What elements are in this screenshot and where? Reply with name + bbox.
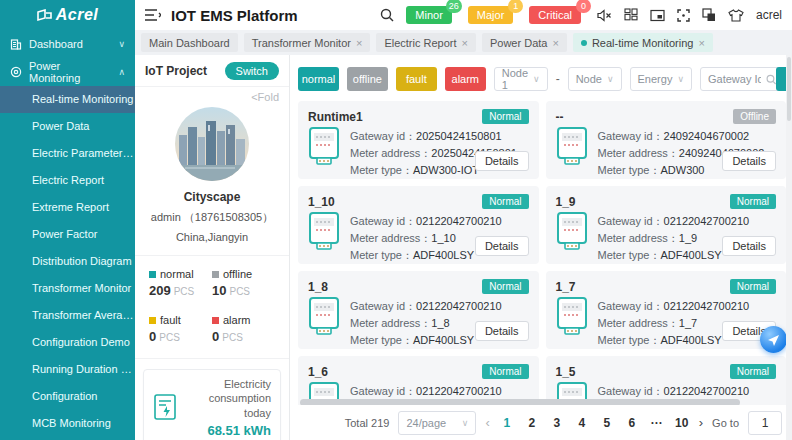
- top-header: IOT EMS Platform Minor26 Major1 Critical…: [135, 0, 792, 30]
- apps-grid-icon[interactable]: [624, 8, 638, 22]
- filter-offline-button[interactable]: offline: [347, 67, 388, 91]
- search-icon[interactable]: [380, 8, 394, 22]
- project-location: China,Jiangyin: [135, 231, 289, 243]
- details-button[interactable]: Details: [722, 151, 776, 171]
- page-number-2[interactable]: 2: [524, 416, 540, 430]
- iot-project-panel: IoT Project Switch <Fold Cityscape a: [135, 55, 290, 440]
- node-select[interactable]: Node 1∨: [494, 67, 548, 91]
- close-icon[interactable]: ×: [356, 37, 362, 49]
- energy-select[interactable]: Energy∨: [630, 67, 692, 91]
- prev-page-button[interactable]: ‹: [485, 415, 489, 430]
- tab-main-dashboard[interactable]: Main Dashboard: [141, 33, 238, 52]
- goto-page-input[interactable]: [748, 411, 782, 435]
- header-actions: Minor26 Major1 Critical0 acrel: [380, 6, 782, 24]
- meter-type: ADF400LSY: [413, 334, 474, 346]
- close-icon[interactable]: ×: [462, 37, 468, 49]
- chevron-down-icon: ∨: [118, 39, 125, 49]
- page-number-4[interactable]: 4: [574, 416, 590, 430]
- page-number-10[interactable]: 10: [674, 416, 690, 430]
- tab-transformer-monitor[interactable]: Transformer Monitor ×: [244, 33, 371, 52]
- sidebar-item-extreme-report[interactable]: Extreme Report: [0, 194, 135, 221]
- gateway-id: 02122042700210: [416, 385, 502, 397]
- electricity-consumption-label: Electricity consumption today: [185, 377, 271, 420]
- critical-alarm-badge[interactable]: Critical0: [529, 6, 581, 24]
- close-icon[interactable]: ×: [698, 37, 704, 49]
- project-admin: admin （18761508305）: [135, 210, 289, 225]
- page-ellipsis[interactable]: ···: [649, 416, 665, 430]
- sidebar-item-mcb-monitoring[interactable]: MCB Monitoring: [0, 410, 135, 437]
- sidebar-item-distribution-diagram[interactable]: Distribution Diagram: [0, 248, 135, 275]
- major-alarm-badge[interactable]: Major1: [468, 6, 514, 24]
- close-icon[interactable]: ×: [552, 37, 558, 49]
- page-number-5[interactable]: 5: [599, 416, 615, 430]
- floating-assistant-button[interactable]: [760, 326, 787, 353]
- sidebar-item-power-monitoring[interactable]: Power Monitoring ∧: [0, 58, 135, 86]
- device-card-grid: Runtime1 Normal Gateway id：2025042415080…: [298, 101, 786, 405]
- theme-layers-icon[interactable]: [702, 8, 716, 22]
- device-name: 1_10: [308, 195, 335, 209]
- tab-electric-report[interactable]: Electric Report ×: [376, 33, 476, 52]
- collapse-menu-icon[interactable]: [145, 9, 161, 21]
- stat-normal: normal 209PCS: [149, 268, 212, 298]
- sidebar-item-power-factor[interactable]: Power Factor: [0, 221, 135, 248]
- meter-icon: [556, 212, 588, 250]
- page-number-6[interactable]: 6: [624, 416, 640, 430]
- device-card: -- Offline Gateway id：24092404670002 Met…: [546, 101, 787, 179]
- tab-power-data[interactable]: Power Data ×: [482, 33, 567, 52]
- sidebar-item-real-time-monitoring[interactable]: Real-time Monitoring: [0, 86, 135, 113]
- page-number-3[interactable]: 3: [549, 416, 565, 430]
- status-badge: Normal: [482, 109, 528, 124]
- major-alarm-count: 1: [508, 0, 523, 13]
- sidebar-submenu: Real-time Monitoring Power Data Electric…: [0, 86, 135, 437]
- iot-ems-platform-page: Acrel Dashboard ∨ Power Monitoring ∧ Rea…: [0, 0, 792, 440]
- sidebar-item-transformer-average-load[interactable]: Transformer Average Loa...: [0, 302, 135, 329]
- normal-legend-square: [149, 271, 156, 278]
- switch-project-button[interactable]: Switch: [225, 62, 279, 80]
- status-badge: Normal: [482, 279, 528, 294]
- fold-panel-link[interactable]: <Fold: [135, 87, 289, 103]
- details-button[interactable]: Details: [475, 236, 529, 256]
- page-number-1[interactable]: 1: [499, 416, 515, 430]
- mute-icon[interactable]: [597, 9, 612, 22]
- meter-type: ADW300: [660, 164, 704, 176]
- next-page-button[interactable]: ›: [699, 415, 703, 430]
- filter-alarm-button[interactable]: alarm: [445, 67, 486, 91]
- meter-type: ADF400LSY: [660, 249, 721, 261]
- gateway-id: 02122042700210: [664, 300, 750, 312]
- meter-address: 1_8: [431, 317, 449, 329]
- vertical-scrollbar[interactable]: [786, 55, 792, 440]
- sidebar-item-transformer-monitor[interactable]: Transformer Monitor: [0, 275, 135, 302]
- sidebar-item-configuration[interactable]: Configuration: [0, 383, 135, 410]
- gateway-search-input[interactable]: Gateway Id: [700, 67, 784, 91]
- goto-label: Go to: [712, 417, 739, 429]
- filter-fault-button[interactable]: fault: [396, 67, 437, 91]
- sidebar-item-electric-parameter-report[interactable]: Electric Parameter Report: [0, 140, 135, 167]
- electricity-consumption-card[interactable]: Electricity consumption today 68.51 kWh: [143, 369, 281, 440]
- chevron-down-icon: ∨: [677, 74, 684, 84]
- device-card: 1_9 Normal Gateway id：02122042700210 Met…: [546, 186, 787, 264]
- tab-real-time-monitoring[interactable]: Real-time Monitoring ×: [573, 33, 713, 52]
- node-select-2[interactable]: Node∨: [568, 67, 622, 91]
- filter-normal-button[interactable]: normal: [298, 67, 339, 91]
- per-page-select[interactable]: 24/page∨: [398, 411, 476, 435]
- screen-monitor-icon[interactable]: [650, 9, 665, 22]
- meter-address: 1_10: [431, 232, 455, 244]
- sidebar-item-power-data[interactable]: Power Data: [0, 113, 135, 140]
- theme-shirt-icon[interactable]: [728, 9, 744, 22]
- minor-alarm-badge[interactable]: Minor26: [406, 6, 452, 24]
- details-button[interactable]: Details: [722, 236, 776, 256]
- page-title: IOT EMS Platform: [171, 7, 380, 24]
- project-avatar: [175, 107, 249, 181]
- device-name: 1_7: [556, 280, 576, 294]
- sidebar-item-electric-report[interactable]: Electric Report: [0, 167, 135, 194]
- sidebar-item-dashboard[interactable]: Dashboard ∨: [0, 30, 135, 58]
- sidebar-item-running-duration-report[interactable]: Running Duration Report: [0, 356, 135, 383]
- details-button[interactable]: Details: [475, 151, 529, 171]
- status-badge: Normal: [730, 279, 776, 294]
- status-badge: Normal: [730, 194, 776, 209]
- fullscreen-icon[interactable]: [677, 9, 690, 22]
- user-name[interactable]: acrel: [756, 8, 782, 22]
- details-button[interactable]: Details: [475, 321, 529, 341]
- sidebar-item-configuration-demo[interactable]: Configuration Demo: [0, 329, 135, 356]
- device-name: 1_5: [556, 365, 576, 379]
